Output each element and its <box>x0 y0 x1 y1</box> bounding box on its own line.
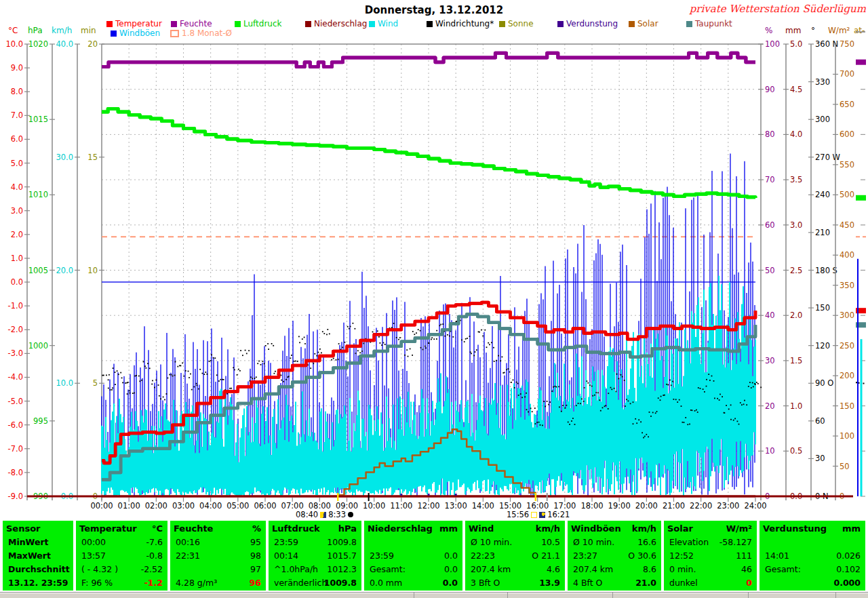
row-value: 0.026 <box>836 551 861 561</box>
windrichtung-dot <box>222 379 223 380</box>
windrichtung-dot <box>626 399 627 400</box>
windrichtung-dot <box>412 355 413 356</box>
x-label: 11:00 <box>390 501 412 511</box>
windrichtung-dot <box>542 425 543 426</box>
sunset-time: 15:56 <box>507 510 529 519</box>
windrichtung-dot <box>138 376 140 377</box>
windrichtung-dot <box>273 345 274 346</box>
x-label: 24:00 <box>744 501 766 511</box>
windrichtung-dot <box>608 408 609 410</box>
windrichtung-dot <box>206 374 208 375</box>
moonrise-time: 16:21 <box>547 510 570 519</box>
axis-label-temp: 5.0 <box>11 159 23 168</box>
axis-label-temp: -2.0 <box>8 325 23 334</box>
column-header: Temperatur <box>79 523 137 534</box>
windrichtung-dot <box>520 393 521 395</box>
windrichtung-dot <box>410 348 411 350</box>
axis-label-pct: 100 <box>765 39 780 49</box>
windrichtung-dot <box>152 380 153 382</box>
table-column-Windböen: Windböenkm/hØ 10 min.16.623:27O 30.6207.… <box>568 521 661 591</box>
windrichtung-dot <box>117 370 118 372</box>
axis-label-kmh: 30.0 <box>56 153 73 162</box>
windrichtung-dot <box>338 343 340 344</box>
windrichtung-dot <box>713 380 715 382</box>
x-label: 22:00 <box>690 501 712 511</box>
moon-a-time: 8:33 <box>328 510 346 519</box>
windrichtung-dot <box>199 369 201 370</box>
x-label: 01:00 <box>118 501 140 511</box>
windrichtung-dot <box>139 380 140 382</box>
table-row: ( - 4.32 )-2.52 <box>76 564 167 576</box>
windrichtung-dot <box>741 404 743 405</box>
windrichtung-dot <box>122 382 123 384</box>
windrichtung-dot <box>526 409 528 410</box>
row-label: 207.4 km <box>471 564 511 574</box>
windrichtung-dot <box>143 361 144 363</box>
windrichtung-dot <box>667 384 669 386</box>
axis-label-temp: -1.0 <box>8 301 23 311</box>
column-header: Wind <box>469 523 494 534</box>
verdunstung-dot <box>455 494 457 496</box>
windrichtung-dot <box>749 382 751 383</box>
table-column-Temperatur: Temperatur°C00:00-7.613:57-0.8( - 4.32 )… <box>76 521 167 591</box>
windrichtung-dot <box>554 386 555 387</box>
windrichtung-dot <box>285 379 287 380</box>
windrichtung-dot <box>275 371 276 372</box>
row-value: 95 <box>250 537 261 547</box>
windrichtung-dot <box>326 334 328 336</box>
windrichtung-dot <box>532 411 533 412</box>
windrichtung-dot <box>757 383 759 384</box>
column-unit: W/m² <box>726 523 752 534</box>
axis-label-temp: -9.0 <box>8 492 23 501</box>
windrichtung-dot <box>724 412 726 414</box>
axis-label-temp: 8.0 <box>11 87 23 96</box>
windrichtung-dot <box>281 380 282 381</box>
windrichtung-dot <box>625 405 626 407</box>
table-row: Gesamt:0.0 <box>364 564 462 576</box>
windrichtung-dot <box>633 401 634 403</box>
windrichtung-dot <box>120 372 121 374</box>
windrichtung-dot <box>511 382 512 383</box>
windrichtung-dot <box>689 424 690 425</box>
windrichtung-dot <box>756 382 757 383</box>
windrichtung-dot <box>188 371 189 372</box>
table-row: Ø 10 min.16.6 <box>568 537 661 549</box>
windrichtung-dot <box>250 376 252 378</box>
windrichtung-dot <box>605 405 606 406</box>
windrichtung-dot <box>347 326 349 327</box>
windrichtung-dot <box>416 332 417 334</box>
windrichtung-dot <box>182 363 183 364</box>
x-label: 03:00 <box>172 501 195 511</box>
windrichtung-dot <box>481 330 482 331</box>
axis-label-temp: -3.0 <box>8 348 23 358</box>
table-row: 3 Bft O13.9 <box>465 578 565 590</box>
windrichtung-dot <box>257 363 258 364</box>
windrichtung-dot <box>452 336 454 338</box>
windrichtung-dot <box>237 374 238 376</box>
windrichtung-dot <box>144 365 146 367</box>
windrichtung-dot <box>571 420 572 422</box>
axis-label-deg: 90 O <box>815 378 833 388</box>
new-moon-icon <box>348 512 353 517</box>
windrichtung-dot <box>548 404 549 405</box>
axis-label-wm2: 600 <box>840 129 854 139</box>
column-header: Sensor <box>6 523 41 534</box>
windrichtung-dot <box>748 386 749 387</box>
windrichtung-dot <box>650 416 652 417</box>
windrichtung-dot <box>538 422 540 423</box>
x-label: 09:00 <box>336 501 358 511</box>
windrichtung-dot <box>578 403 579 404</box>
axis-label-mm: 3.0 <box>790 220 802 230</box>
current-marker <box>863 382 865 384</box>
row-value: 1009.8 <box>324 578 357 588</box>
windrichtung-dot <box>690 410 692 411</box>
windrichtung-dot <box>425 347 427 348</box>
table-column-Feuchte: Feuchte%00:169522:3198974.28 g/m³96 <box>170 521 266 591</box>
windrichtung-dot <box>283 381 284 382</box>
windrichtung-dot <box>408 356 409 357</box>
row-label: dunkel <box>669 578 698 588</box>
windrichtung-dot <box>488 342 489 344</box>
windrichtung-dot <box>660 399 661 401</box>
axis-label-wm2: 700 <box>840 69 854 79</box>
windrichtung-dot <box>256 376 257 378</box>
